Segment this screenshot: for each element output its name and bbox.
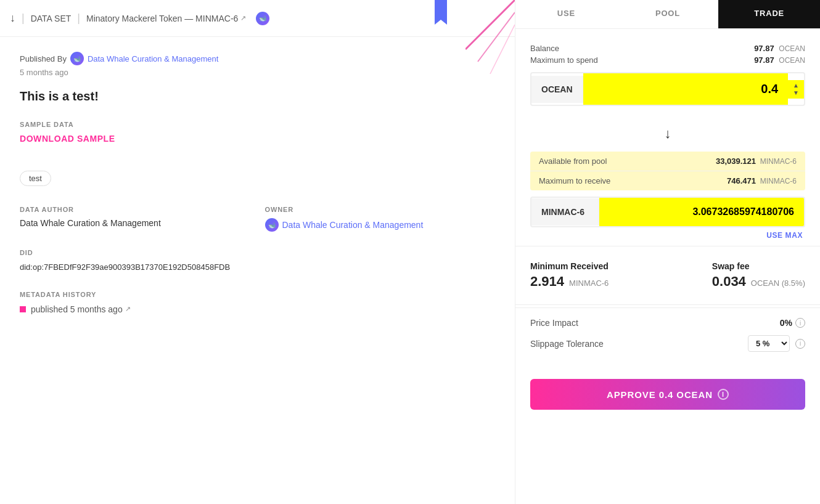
- output-amount: 3.06732685974180706: [599, 198, 804, 226]
- arrow-divider: ↓: [515, 116, 820, 152]
- data-author-label: DATA AUTHOR: [20, 206, 250, 213]
- ocean-input-row: OCEAN ▲ ▼: [530, 72, 805, 106]
- use-max-link[interactable]: USE MAX: [530, 227, 805, 243]
- pool-stats-container: Available from pool 33,039.121 MINMAC-6 …: [515, 152, 820, 243]
- spinner-up[interactable]: ▲: [793, 83, 799, 89]
- history-item: published 5 months ago ↗: [20, 304, 495, 314]
- spinner-down[interactable]: ▼: [793, 90, 799, 96]
- download-sample-link[interactable]: DOWNLOAD SAMPLE: [20, 134, 115, 144]
- min-received-value: 2.914: [530, 274, 564, 290]
- max-spend-label: Maximum to spend: [530, 55, 598, 65]
- sample-data-label: SAMPLE DATA: [20, 121, 495, 128]
- input-amount-field[interactable]: [583, 73, 789, 105]
- trade-content: Balance 97.87 OCEAN Maximum to spend 97.…: [515, 29, 820, 116]
- approve-button[interactable]: APPROVE 0.4 OCEAN i: [530, 379, 805, 410]
- available-pool-label: Available from pool: [539, 156, 607, 166]
- published-by-row: Published By 🐋 Data Whale Curation & Man…: [20, 52, 495, 65]
- max-receive-unit: MINMAC-6: [760, 177, 797, 185]
- approve-btn-label: APPROVE 0.4 OCEAN: [607, 389, 713, 400]
- tags-container: test: [20, 171, 495, 186]
- slippage-select: 5 % 1 % 2 % 10 % i: [748, 335, 805, 352]
- data-author-value: Data Whale Curation & Management: [20, 218, 250, 228]
- metadata-history-section: METADATA HISTORY published 5 months ago …: [20, 291, 495, 314]
- max-spend-value: 97.87: [754, 55, 774, 65]
- input-spinner[interactable]: ▲ ▼: [788, 80, 804, 99]
- did-section: DID did:op:7FBEDfF92F39ae900393B17370E19…: [20, 249, 495, 274]
- history-dot: [20, 306, 26, 312]
- data-author-block: DATA AUTHOR Data Whale Curation & Manage…: [20, 206, 250, 232]
- owner-link[interactable]: 🐋 Data Whale Curation & Management: [265, 218, 496, 232]
- balance-value: 97.87: [754, 44, 774, 53]
- summary-section: Minimum Received 2.914 MINMAC-6 Swap fee…: [515, 249, 820, 302]
- token-ext-link-icon: ↗: [240, 14, 246, 22]
- slippage-info-icon[interactable]: i: [795, 339, 805, 349]
- price-impact-label: Price Impact: [530, 318, 578, 328]
- tab-trade[interactable]: TRADE: [718, 0, 820, 28]
- max-spend-row: Maximum to spend 97.87 OCEAN: [530, 55, 805, 65]
- history-ext-icon: ↗: [125, 305, 131, 313]
- bookmark-icon[interactable]: [435, 0, 447, 25]
- owner-label: OWNER: [265, 206, 496, 213]
- output-row: MINMAC-6 3.06732685974180706: [530, 197, 805, 227]
- owner-link-text: Data Whale Curation & Management: [282, 220, 424, 230]
- swap-fee-unit: OCEAN (8.5%): [751, 278, 805, 288]
- nav-separator: |: [22, 12, 25, 25]
- extra-info: Price Impact 0% i Slippage Tolerance 5 %…: [515, 307, 820, 369]
- metadata-history-label: METADATA HISTORY: [20, 291, 495, 298]
- svg-marker-0: [435, 0, 447, 25]
- available-pool-row: Available from pool 33,039.121 MINMAC-6: [530, 152, 805, 171]
- left-panel: ↓ | DATA SET | Minatory Mackerel Token —…: [0, 0, 515, 504]
- max-receive-label: Maximum to receive: [539, 176, 610, 185]
- nav-separator-2: |: [77, 12, 80, 25]
- pool-stats: Available from pool 33,039.121 MINMAC-6 …: [530, 152, 805, 190]
- balance-label: Balance: [530, 44, 559, 53]
- nav-token-link[interactable]: Minatory Mackerel Token — MINMAC-6 ↗: [86, 14, 246, 23]
- description: This is a test!: [20, 89, 495, 104]
- slippage-label: Slippage Tolerance: [530, 339, 604, 349]
- min-received-unit: MINMAC-6: [569, 278, 609, 288]
- did-label: DID: [20, 249, 495, 256]
- swap-fee-col: Swap fee 0.034 OCEAN (8.5%): [712, 261, 805, 290]
- input-token-label: OCEAN: [531, 76, 583, 103]
- nav-avatar: 🐋: [256, 12, 269, 25]
- tab-use[interactable]: USE: [515, 0, 617, 28]
- min-received-row: Minimum Received 2.914 MINMAC-6 Swap fee…: [530, 261, 805, 290]
- author-avatar: 🐋: [70, 52, 84, 65]
- nav-dataset-label: DATA SET: [31, 14, 72, 23]
- history-link[interactable]: published 5 months ago ↗: [31, 304, 131, 314]
- section-divider: [515, 246, 820, 246]
- price-impact-info-icon[interactable]: i: [795, 318, 805, 328]
- top-nav: ↓ | DATA SET | Minatory Mackerel Token —…: [0, 0, 515, 37]
- min-received-label: Minimum Received: [530, 261, 609, 271]
- token-name-text: Minatory Mackerel Token — MINMAC-6: [86, 14, 238, 23]
- main-content: Published By 🐋 Data Whale Curation & Man…: [0, 37, 515, 504]
- price-impact-row: Price Impact 0% i: [530, 318, 805, 328]
- time-ago: 5 months ago: [20, 68, 495, 77]
- history-item-text: published 5 months ago: [31, 304, 123, 314]
- owner-avatar: 🐋: [265, 218, 279, 232]
- back-arrow[interactable]: ↓: [10, 12, 15, 25]
- author-link[interactable]: Data Whale Curation & Management: [88, 54, 218, 63]
- owner-block: OWNER 🐋 Data Whale Curation & Management: [265, 206, 496, 232]
- output-token-label: MINMAC-6: [531, 198, 599, 226]
- max-receive-value: 746.471: [727, 176, 756, 185]
- published-by-label: Published By: [20, 54, 67, 63]
- price-impact-value: 0%: [780, 318, 792, 328]
- swap-fee-label: Swap fee: [712, 261, 805, 271]
- slippage-row: Slippage Tolerance 5 % 1 % 2 % 10 % i: [530, 335, 805, 352]
- swap-fee-value: 0.034: [712, 274, 746, 290]
- available-pool-unit: MINMAC-6: [760, 157, 797, 166]
- right-panel: USE POOL TRADE Balance 97.87 OCEAN Maxim…: [515, 0, 820, 504]
- tag-test[interactable]: test: [20, 171, 51, 186]
- min-received-col: Minimum Received 2.914 MINMAC-6: [530, 261, 609, 290]
- tab-pool[interactable]: POOL: [617, 0, 719, 28]
- section-divider-2: [515, 304, 820, 305]
- slippage-dropdown[interactable]: 5 % 1 % 2 % 10 %: [748, 335, 790, 352]
- approve-btn-container: APPROVE 0.4 OCEAN i: [515, 369, 820, 425]
- balance-unit: OCEAN: [779, 44, 805, 53]
- balance-row: Balance 97.87 OCEAN: [530, 44, 805, 53]
- tab-bar: USE POOL TRADE: [515, 0, 820, 29]
- approve-info-icon: i: [718, 389, 729, 400]
- author-owner-grid: DATA AUTHOR Data Whale Curation & Manage…: [20, 206, 495, 232]
- max-receive-row: Maximum to receive 746.471 MINMAC-6: [530, 171, 805, 190]
